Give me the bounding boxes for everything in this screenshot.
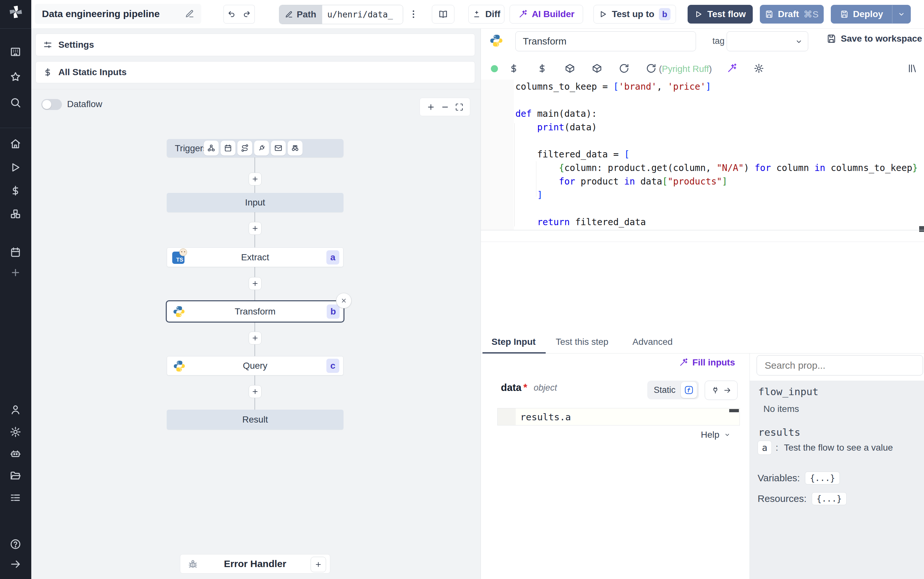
reload-icon[interactable]: [646, 63, 656, 74]
input-node[interactable]: Input: [167, 193, 343, 212]
reload-icon[interactable]: [619, 63, 629, 74]
step-name-input[interactable]: [522, 36, 689, 47]
book-icon: [439, 10, 448, 19]
draft-button[interactable]: Draft ⌘S: [760, 5, 824, 23]
insert-step-button[interactable]: [249, 277, 261, 290]
fill-inputs-button[interactable]: Fill inputs: [665, 357, 735, 368]
fit-view-icon[interactable]: [455, 103, 464, 111]
insert-step-button[interactable]: [249, 385, 261, 398]
expand-sidebar-icon[interactable]: [10, 558, 21, 570]
more-menu-icon[interactable]: [408, 9, 419, 20]
tab-test-this-step[interactable]: Test this step: [555, 330, 609, 353]
flow-title-box[interactable]: Data engineering pipeline: [35, 4, 201, 24]
result-key-chip[interactable]: a: [757, 441, 772, 455]
docs-button[interactable]: [432, 5, 454, 23]
diff-button[interactable]: Diff: [468, 5, 504, 23]
test-flow-button[interactable]: Test flow: [687, 5, 753, 23]
users-icon[interactable]: [10, 404, 21, 415]
favorites-icon[interactable]: [10, 71, 21, 83]
result-node[interactable]: Result: [167, 410, 343, 430]
variables-picker-icon[interactable]: [509, 63, 519, 74]
package-icon[interactable]: [592, 63, 602, 74]
static-inputs-label: All Static Inputs: [59, 67, 127, 77]
settings-icon[interactable]: [10, 426, 21, 438]
transform-node-selected[interactable]: Transform b: [166, 300, 344, 322]
package-icon[interactable]: [565, 63, 575, 74]
variables-icon[interactable]: [10, 185, 21, 196]
insert-step-button[interactable]: [249, 332, 261, 345]
route-trigger-button[interactable]: [237, 141, 252, 155]
insert-step-button[interactable]: [249, 222, 261, 235]
static-inputs-row[interactable]: All Static Inputs: [36, 61, 475, 83]
library-icon[interactable]: [907, 63, 917, 74]
triggers-label: Triggers: [175, 143, 208, 154]
workspace-icon[interactable]: [10, 46, 21, 57]
expr-editor[interactable]: results.a: [497, 408, 740, 425]
expr-gutter: [498, 408, 516, 425]
home-icon[interactable]: [10, 138, 21, 150]
search-icon[interactable]: [10, 97, 21, 108]
expr-value: results.a: [520, 412, 571, 422]
zoom-in-icon[interactable]: [426, 103, 435, 111]
resources-picker-icon[interactable]: [537, 63, 547, 74]
results-section[interactable]: results: [758, 427, 800, 438]
folders-icon[interactable]: [10, 470, 21, 482]
insert-step-button[interactable]: [249, 173, 261, 185]
flow-input-section[interactable]: flow_input: [758, 386, 818, 397]
poll-trigger-button[interactable]: [288, 141, 302, 155]
help-toggle[interactable]: Help: [701, 430, 730, 440]
javascript-expr-toggle[interactable]: [681, 382, 697, 398]
dataflow-toggle[interactable]: [41, 99, 62, 110]
schedule-trigger-button[interactable]: [220, 141, 235, 155]
tab-advanced[interactable]: Advanced: [632, 330, 673, 353]
resources-icon[interactable]: [10, 208, 21, 220]
resources-value-chip[interactable]: {...}: [812, 492, 847, 505]
tag-label: tag: [712, 36, 725, 46]
zoom-out-icon[interactable]: [441, 103, 450, 111]
path-button[interactable]: Path: [279, 5, 322, 24]
deploy-button[interactable]: Deploy: [831, 5, 892, 23]
websocket-trigger-button[interactable]: [254, 141, 269, 155]
tag-select[interactable]: [726, 31, 808, 51]
editor-scrollbar-thumb[interactable]: [919, 226, 924, 232]
test-up-to-button[interactable]: Test up to b: [593, 5, 676, 23]
path-label: Path: [297, 9, 317, 20]
email-trigger-button[interactable]: [271, 141, 286, 155]
runs-icon[interactable]: [10, 162, 21, 173]
query-node[interactable]: Query c: [167, 356, 343, 375]
python-icon: [173, 305, 185, 318]
prop-search-input[interactable]: [764, 360, 916, 371]
editor-settings-icon[interactable]: [754, 63, 764, 74]
flow-input-empty: No items: [763, 404, 799, 414]
ai-builder-button[interactable]: AI Builder: [509, 5, 583, 23]
windmill-logo-icon[interactable]: [8, 5, 23, 20]
tab-step-input[interactable]: Step Input: [491, 330, 536, 353]
result-item[interactable]: a : Test the flow to see a value: [757, 441, 893, 455]
code-editor[interactable]: columns_to_keep = ['brand', 'price'] def…: [514, 80, 924, 230]
extract-node[interactable]: TS Extract a: [167, 247, 343, 267]
redo-button[interactable]: [239, 5, 255, 23]
edit-title-icon[interactable]: [185, 9, 194, 18]
undo-button[interactable]: [224, 5, 239, 23]
add-error-handler-button[interactable]: [310, 557, 326, 572]
add-icon[interactable]: [10, 267, 21, 278]
connect-input-button[interactable]: [705, 381, 738, 400]
canvas-zoom-controls: [420, 98, 470, 116]
workers-icon[interactable]: [10, 448, 21, 460]
remove-step-button[interactable]: [336, 293, 351, 308]
plug-icon: [257, 144, 266, 152]
transform-node-badge: b: [327, 304, 340, 319]
schedules-icon[interactable]: [10, 247, 21, 258]
typescript-icon: TS: [172, 252, 184, 264]
flow-settings-row[interactable]: Settings: [36, 34, 475, 56]
ai-assist-icon[interactable]: [726, 63, 737, 74]
logs-icon[interactable]: [10, 492, 21, 504]
webhook-trigger-button[interactable]: [204, 141, 219, 155]
deploy-menu-button[interactable]: [892, 5, 911, 23]
close-icon: [341, 298, 347, 304]
help-icon[interactable]: [10, 538, 21, 550]
error-handler-node[interactable]: Error Handler: [180, 554, 330, 574]
save-to-workspace-button[interactable]: Save to workspace: [827, 34, 922, 44]
variables-value-chip[interactable]: {...}: [805, 472, 840, 484]
path-input[interactable]: [322, 5, 403, 24]
